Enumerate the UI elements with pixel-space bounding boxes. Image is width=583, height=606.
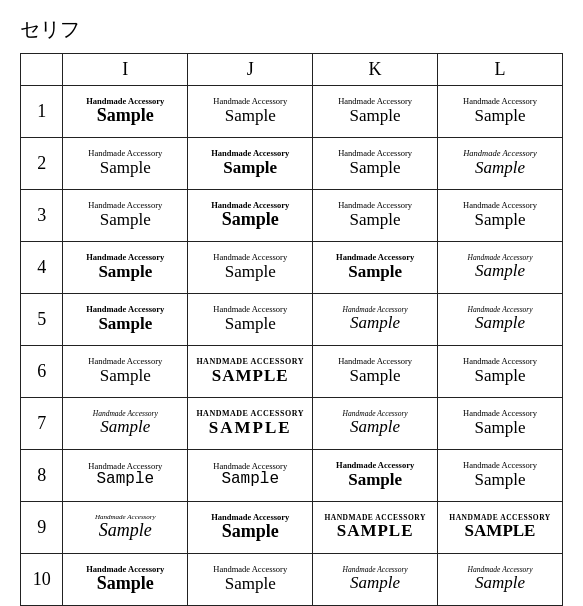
cell-bottom-text: Sample [225, 263, 276, 282]
font-sample-cell: Handmade AccessorySample [188, 554, 313, 606]
font-sample-cell: Handmade AccessorySample [438, 554, 563, 606]
cell-bottom-text: Sample [350, 367, 401, 386]
cell-bottom-text: Sample [222, 522, 279, 542]
col-header-i: I [63, 54, 188, 86]
font-sample-cell: HANDMADE ACCESSORYSAMPLE [188, 398, 313, 450]
cell-bottom-text: Sample [225, 315, 276, 334]
font-sample-cell: Handmade AccessorySample [313, 138, 438, 190]
row-number: 1 [21, 86, 63, 138]
cell-bottom-text: Sample [100, 159, 151, 178]
cell-bottom-text: Sample [225, 575, 276, 594]
cell-bottom-text: Sample [350, 211, 401, 230]
font-sample-cell: Handmade AccessorySample [63, 190, 188, 242]
cell-bottom-text: SAMPLE [212, 367, 289, 386]
font-sample-cell: Handmade AccessorySample [63, 398, 188, 450]
font-sample-cell: Handmade AccessorySample [313, 242, 438, 294]
cell-bottom-text: Sample [98, 315, 152, 334]
font-sample-cell: Handmade AccessorySample [63, 86, 188, 138]
font-sample-cell: Handmade AccessorySample [438, 242, 563, 294]
font-sample-cell: Handmade AccessorySample [188, 138, 313, 190]
row-number: 3 [21, 190, 63, 242]
row-number: 6 [21, 346, 63, 398]
font-sample-cell: Handmade AccessorySample [63, 502, 188, 554]
table-row: 8Handmade AccessorySampleHandmade Access… [21, 450, 563, 502]
font-sample-cell: HANDMADE ACCESSORYSAMPLE [313, 502, 438, 554]
cell-bottom-text: Sample [98, 263, 152, 282]
cell-bottom-text: Sample [96, 471, 154, 489]
col-header-k: K [313, 54, 438, 86]
cell-bottom-text: Sample [97, 106, 154, 126]
table-row: 2Handmade AccessorySampleHandmade Access… [21, 138, 563, 190]
cell-bottom-text: Sample [475, 314, 525, 333]
row-number: 7 [21, 398, 63, 450]
font-sample-cell: Handmade AccessorySample [188, 242, 313, 294]
font-sample-cell: Handmade AccessorySample [188, 502, 313, 554]
font-sample-cell: Handmade AccessorySample [438, 190, 563, 242]
cell-bottom-text: Sample [475, 367, 526, 386]
cell-bottom-text: Sample [225, 107, 276, 126]
cell-bottom-text: Sample [475, 419, 526, 438]
font-sample-cell: HANDMADE ACCESSORYSAMPLE [188, 346, 313, 398]
font-sample-cell: Handmade AccessorySample [438, 138, 563, 190]
font-sample-cell: Handmade AccessorySample [438, 294, 563, 346]
cell-bottom-text: Sample [475, 471, 526, 490]
font-sample-cell: Handmade AccessorySample [313, 554, 438, 606]
cell-bottom-text: Sample [348, 263, 402, 282]
font-sample-cell: Handmade AccessorySample [188, 190, 313, 242]
row-number: 4 [21, 242, 63, 294]
font-sample-cell: Handmade AccessorySample [313, 86, 438, 138]
table-row: 9Handmade AccessorySampleHandmade Access… [21, 502, 563, 554]
font-sample-cell: Handmade AccessorySample [313, 346, 438, 398]
row-number: 10 [21, 554, 63, 606]
cell-bottom-text: Sample [475, 211, 526, 230]
cell-bottom-text: SAMPLE [337, 522, 414, 541]
font-sample-cell: Handmade AccessorySample [63, 346, 188, 398]
font-sample-table: I J K L 1Handmade AccessorySampleHandmad… [20, 53, 563, 606]
font-sample-cell: Handmade AccessorySample [438, 398, 563, 450]
font-sample-cell: Handmade AccessorySample [313, 294, 438, 346]
cell-bottom-text: SAMPLE [465, 522, 536, 541]
font-sample-cell: Handmade AccessorySample [438, 450, 563, 502]
row-number: 8 [21, 450, 63, 502]
font-sample-cell: Handmade AccessorySample [313, 398, 438, 450]
cell-bottom-text: Sample [475, 262, 525, 281]
cell-bottom-text: Sample [100, 367, 151, 386]
row-number: 5 [21, 294, 63, 346]
col-header-j: J [188, 54, 313, 86]
font-sample-cell: Handmade AccessorySample [188, 294, 313, 346]
row-number: 2 [21, 138, 63, 190]
font-sample-cell: Handmade AccessorySample [438, 346, 563, 398]
table-row: 10Handmade AccessorySampleHandmade Acces… [21, 554, 563, 606]
font-sample-cell: Handmade AccessorySample [63, 450, 188, 502]
font-sample-cell: Handmade AccessorySample [188, 86, 313, 138]
cell-bottom-text: Sample [350, 314, 400, 333]
cell-bottom-text: Sample [99, 521, 152, 541]
table-row: 4Handmade AccessorySampleHandmade Access… [21, 242, 563, 294]
font-sample-cell: Handmade AccessorySample [438, 86, 563, 138]
cell-bottom-text: Sample [100, 418, 150, 437]
cell-bottom-text: Sample [475, 107, 526, 126]
cell-bottom-text: Sample [348, 471, 402, 490]
cell-bottom-text: Sample [222, 210, 279, 230]
font-sample-cell: Handmade AccessorySample [188, 450, 313, 502]
font-sample-cell: HANDMADE ACCESSORYSAMPLE [438, 502, 563, 554]
table-row: 5Handmade AccessorySampleHandmade Access… [21, 294, 563, 346]
col-header-empty [21, 54, 63, 86]
cell-bottom-text: Sample [221, 471, 279, 489]
table-row: 6Handmade AccessorySampleHANDMADE ACCESS… [21, 346, 563, 398]
font-sample-cell: Handmade AccessorySample [63, 554, 188, 606]
cell-bottom-text: Sample [475, 159, 525, 178]
col-header-l: L [438, 54, 563, 86]
cell-bottom-text: Sample [223, 159, 277, 178]
font-sample-cell: Handmade AccessorySample [313, 190, 438, 242]
table-row: 1Handmade AccessorySampleHandmade Access… [21, 86, 563, 138]
font-sample-cell: Handmade AccessorySample [63, 138, 188, 190]
cell-bottom-text: Sample [97, 574, 154, 594]
cell-bottom-text: Sample [350, 159, 401, 178]
font-sample-cell: Handmade AccessorySample [63, 294, 188, 346]
table-row: 3Handmade AccessorySampleHandmade Access… [21, 190, 563, 242]
cell-bottom-text: SAMPLE [209, 419, 292, 438]
font-sample-cell: Handmade AccessorySample [63, 242, 188, 294]
cell-bottom-text: Sample [475, 574, 525, 593]
cell-bottom-text: Sample [350, 574, 400, 593]
